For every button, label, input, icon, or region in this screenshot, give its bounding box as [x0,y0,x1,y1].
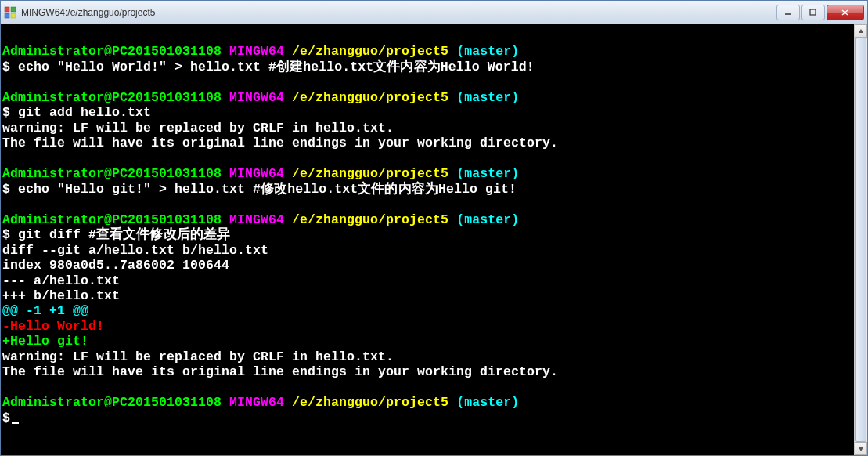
prompt-symbol: $ [2,105,10,120]
terminal-window: MINGW64:/e/zhangguo/project5 Administrat… [0,0,868,456]
diff-plus-file: +++ b/hello.txt [2,288,852,303]
diff-header: diff --git a/hello.txt b/hello.txt [2,243,852,258]
output-line: warning: LF will be replaced by CRLF in … [2,349,852,364]
prompt-branch: (master) [456,212,519,227]
prompt-path: /e/zhangguo/project5 [292,395,448,410]
prompt-path: /e/zhangguo/project5 [292,90,448,105]
scroll-up-button[interactable] [855,24,867,38]
output-line: The file will have its original line end… [2,136,852,150]
maximize-button[interactable] [801,5,825,20]
prompt-branch: (master) [456,395,519,410]
scroll-down-button[interactable] [855,442,867,455]
command-line: $ echo "Hello git!" > hello.txt #修改hello… [2,182,852,197]
close-button[interactable] [827,5,864,20]
prompt-line: Administrator@PC201501031108 MINGW64 /e/… [2,166,852,181]
prompt-symbol: $ [2,411,10,425]
prompt-user-host: Administrator@PC201501031108 [2,395,222,410]
svg-marker-9 [859,447,863,451]
prompt-branch: (master) [456,166,519,181]
vertical-scrollbar[interactable] [854,24,867,455]
command-text: git diff #查看文件修改后的差异 [18,227,230,242]
prompt-path: /e/zhangguo/project5 [292,166,448,181]
output-line: The file will have its original line end… [2,364,852,379]
prompt-line: Administrator@PC201501031108 MINGW64 /e/… [2,90,852,105]
prompt-env: MINGW64 [229,166,284,181]
scrollbar-track[interactable] [855,38,867,442]
prompt-line: Administrator@PC201501031108 MINGW64 /e/… [2,44,852,59]
prompt-env: MINGW64 [229,44,284,59]
prompt-user-host: Administrator@PC201501031108 [2,90,222,105]
diff-hunk: @@ -1 +1 @@ [2,303,852,318]
command-line: $ git add hello.txt [2,105,852,120]
svg-rect-3 [11,13,16,18]
prompt-symbol: $ [2,182,10,197]
cursor-icon [12,422,19,424]
command-line[interactable]: $ [2,411,852,425]
window-title: MINGW64:/e/zhangguo/project5 [21,7,775,18]
prompt-branch: (master) [456,44,519,59]
minimize-button[interactable] [776,5,800,20]
svg-rect-1 [11,7,16,12]
svg-rect-0 [5,7,9,12]
prompt-symbol: $ [2,60,10,74]
terminal-output[interactable]: Administrator@PC201501031108 MINGW64 /e/… [1,24,854,455]
svg-marker-8 [859,29,863,33]
prompt-branch: (master) [456,90,519,105]
window-controls [775,5,864,20]
output-line: warning: LF will be replaced by CRLF in … [2,121,852,136]
prompt-user-host: Administrator@PC201501031108 [2,44,222,59]
prompt-path: /e/zhangguo/project5 [292,44,448,59]
prompt-env: MINGW64 [229,212,284,227]
command-line: $ echo "Hello World!" > hello.txt #创建hel… [2,60,852,74]
prompt-path: /e/zhangguo/project5 [292,212,448,227]
prompt-symbol: $ [2,227,10,242]
svg-rect-5 [810,9,816,15]
command-text: echo "Hello World!" > hello.txt #创建hello… [18,60,535,74]
prompt-line: Administrator@PC201501031108 MINGW64 /e/… [2,395,852,410]
command-text: echo "Hello git!" > hello.txt #修改hello.t… [18,182,517,197]
prompt-env: MINGW64 [229,90,284,105]
svg-rect-2 [5,13,9,18]
command-line: $ git diff #查看文件修改后的差异 [2,227,852,242]
command-text: git add hello.txt [18,105,151,120]
prompt-user-host: Administrator@PC201501031108 [2,166,222,181]
prompt-env: MINGW64 [229,395,284,410]
diff-removed: -Hello World! [2,319,852,334]
scrollbar-thumb[interactable] [855,38,866,442]
titlebar[interactable]: MINGW64:/e/zhangguo/project5 [1,1,867,24]
diff-minus-file: --- a/hello.txt [2,273,852,288]
diff-added: +Hello git! [2,334,852,349]
app-icon [4,6,16,19]
prompt-line: Administrator@PC201501031108 MINGW64 /e/… [2,212,852,227]
content-row: Administrator@PC201501031108 MINGW64 /e/… [1,24,867,455]
diff-index: index 980a0d5..7a86002 100644 [2,258,852,273]
prompt-user-host: Administrator@PC201501031108 [2,212,222,227]
